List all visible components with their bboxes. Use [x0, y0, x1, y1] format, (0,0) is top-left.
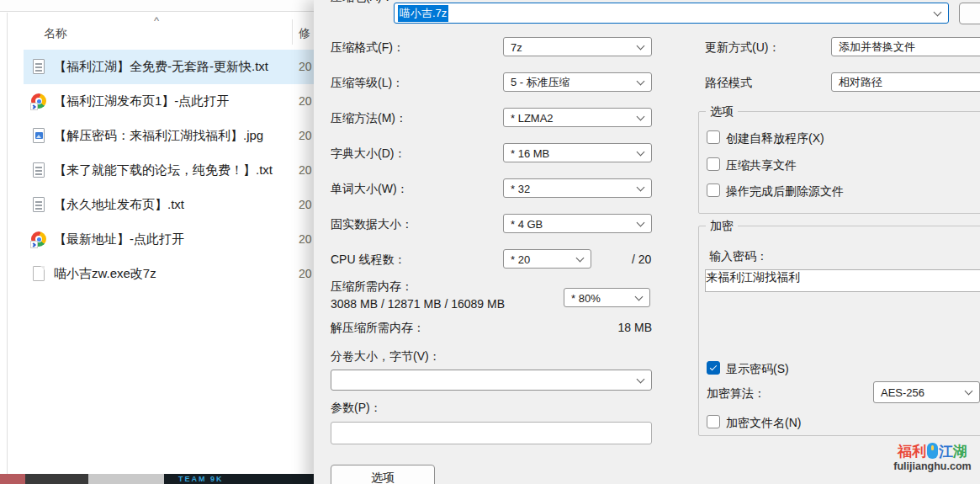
compression-level-label: 压缩等级(L)： [331, 76, 404, 89]
file-date: 20 [299, 94, 312, 108]
create-sfx-checkbox[interactable] [707, 130, 720, 144]
solid-block-size-value: * 4 GB [511, 217, 543, 230]
options-button[interactable]: 选项 [331, 465, 435, 484]
name-column-header[interactable]: 名称 [44, 26, 67, 41]
update-mode-value: 添加并替换文件 [839, 40, 915, 55]
text-document-icon [31, 162, 46, 178]
file-row[interactable]: 【福利江湖】全免费-无套路-更新快.txt 20 [24, 50, 314, 84]
file-name: 【福利江湖发布页1】-点此打开 [54, 93, 229, 109]
mouse-icon [927, 443, 938, 459]
password-input[interactable]: 来福利江湖找福利 [705, 269, 980, 292]
encryption-method-value: AES-256 [881, 386, 924, 399]
file-name: 喵小吉zw.exe改7z [54, 266, 156, 282]
solid-block-size-select[interactable]: * 4 GB [503, 214, 652, 233]
compress-shared-checkbox[interactable] [707, 157, 720, 171]
encrypt-filenames-checkbox[interactable] [707, 415, 720, 428]
chevron-down-icon [637, 77, 645, 85]
screen: 名称 ^ 修 【福利江湖】全免费-无套路-更新快.txt 20 【福利江湖发布页… [0, 0, 980, 484]
archive-name-combobox[interactable]: 喵小吉.7z [394, 3, 949, 24]
watermark-word1: 福利 [898, 444, 926, 460]
file-name: 【最新地址】-点此打开 [54, 231, 184, 247]
file-row[interactable]: 【解压密码：来福利江湖找福利】.jpg 20 [24, 119, 314, 153]
photo-fragment [0, 474, 25, 484]
file-row[interactable]: 【福利江湖发布页1】-点此打开 20 [24, 84, 314, 119]
window-left-border [7, 13, 8, 474]
site-watermark: 福利江湖 fulijianghu.com [888, 442, 977, 480]
file-name: 【永久地址发布页】.txt [54, 197, 184, 213]
memory-compress-label: 压缩所需内存： [331, 279, 413, 293]
compress-shared-label: 压缩共享文件 [726, 158, 797, 172]
watermark-domain: fulijianghu.com [888, 460, 977, 472]
encryption-group-title: 加密 [706, 219, 738, 232]
modified-column-header[interactable]: 修 [299, 26, 310, 41]
file-date: 20 [299, 163, 312, 177]
text-document-icon [31, 58, 46, 75]
dictionary-size-value: * 16 MB [511, 146, 549, 159]
column-divider[interactable] [292, 19, 293, 45]
encrypt-filenames-label: 加密文件名(N) [726, 416, 801, 429]
encryption-method-select[interactable]: AES-256 [873, 381, 980, 403]
compression-method-value: * LZMA2 [511, 111, 554, 124]
browse-button[interactable] [959, 3, 980, 24]
password-value: 来福利江湖找福利 [706, 270, 800, 284]
chevron-down-icon [637, 112, 645, 120]
chevron-down-icon [635, 292, 644, 301]
add-to-archive-dialog: 压缩包(A)： 喵小吉.7z 压缩格式(F)： 压缩等级(L)： 压缩方法(M)… [314, 0, 980, 484]
word-size-value: * 32 [511, 182, 530, 194]
chevron-down-icon [576, 253, 585, 262]
delete-after-label: 操作完成后删除源文件 [726, 184, 844, 198]
image-file-icon [31, 127, 46, 144]
compression-level-value: 5 - 标准压缩 [511, 75, 570, 90]
compression-method-select[interactable]: * LZMA2 [503, 108, 652, 127]
memory-compress-value: 3088 MB / 12871 MB / 16089 MB [331, 297, 505, 311]
watermark-logo: 福利江湖 [888, 442, 977, 461]
path-mode-select[interactable]: 相对路径 [831, 72, 980, 92]
cpu-threads-total: / 20 [632, 253, 651, 266]
memory-decompress-label: 解压缩所需内存： [331, 321, 425, 334]
explorer-toolbar-edge [0, 0, 314, 12]
blank-file-icon [31, 265, 46, 282]
archive-name-selected-text: 喵小吉.7z [398, 5, 448, 22]
archive-name-label: 压缩包(A)： [331, 0, 394, 3]
chevron-down-icon [637, 41, 645, 50]
update-mode-label: 更新方式(U)： [705, 40, 780, 54]
show-password-label: 显示密码(S) [726, 362, 789, 375]
options-group-title: 选项 [706, 104, 738, 118]
file-row[interactable]: 【最新地址】-点此打开 20 [24, 222, 314, 257]
compression-level-select[interactable]: 5 - 标准压缩 [503, 72, 652, 92]
chevron-down-icon [637, 375, 645, 383]
path-mode-label: 路径模式 [705, 76, 752, 89]
chevron-down-icon [637, 183, 645, 191]
chevron-down-icon [965, 387, 973, 396]
solid-block-size-label: 固实数据大小： [331, 217, 413, 231]
compression-method-label: 压缩方法(M)： [331, 111, 407, 125]
chevron-down-icon [934, 8, 942, 16]
file-date: 20 [299, 198, 312, 211]
path-mode-value: 相对路径 [839, 75, 882, 90]
file-name: 【来了就能下载的论坛，纯免费！】.txt [54, 162, 273, 178]
show-password-checkbox[interactable] [707, 361, 720, 375]
check-icon [710, 363, 717, 370]
compression-format-select[interactable]: 7z [503, 37, 652, 56]
word-size-select[interactable]: * 32 [503, 178, 652, 198]
file-date: 20 [299, 129, 312, 142]
cpu-threads-value: * 20 [511, 253, 530, 265]
memory-usage-select[interactable]: * 80% [564, 288, 650, 307]
sort-ascending-icon: ^ [154, 14, 159, 27]
delete-after-checkbox[interactable] [707, 183, 720, 197]
file-row[interactable]: 【永久地址发布页】.txt 20 [24, 188, 314, 222]
cpu-threads-label: CPU 线程数： [331, 253, 405, 266]
volume-size-combobox[interactable] [331, 370, 652, 391]
create-sfx-label: 创建自释放程序(X) [726, 131, 824, 145]
file-row[interactable]: 【来了就能下载的论坛，纯免费！】.txt 20 [24, 153, 314, 188]
chevron-down-icon [637, 147, 645, 156]
update-mode-select[interactable]: 添加并替换文件 [831, 37, 980, 56]
file-row[interactable]: 喵小吉zw.exe改7z 20 [24, 257, 314, 291]
parameters-label: 参数(P)： [331, 401, 382, 414]
dictionary-size-label: 字典大小(D)： [331, 146, 405, 160]
parameters-input[interactable] [331, 422, 652, 444]
photo-fragment [88, 474, 164, 484]
word-size-label: 单词大小(W)： [331, 182, 409, 195]
dictionary-size-select[interactable]: * 16 MB [503, 143, 652, 162]
cpu-threads-select[interactable]: * 20 [503, 249, 591, 269]
